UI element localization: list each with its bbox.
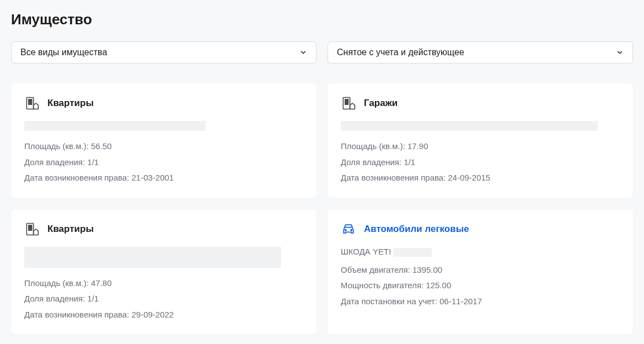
svg-rect-16 (30, 225, 31, 226)
svg-rect-1 (29, 99, 30, 100)
svg-rect-10 (345, 102, 346, 103)
card-prop: Дата постановки на учет: 06-11-2017 (341, 294, 620, 310)
svg-rect-18 (30, 227, 31, 228)
chevron-down-icon (299, 49, 307, 56)
filters-row: Все виды имущества Снятое с учета и дейс… (11, 41, 633, 63)
card-title: Гаражи (364, 98, 398, 109)
card-prop: Объем двигателя: 1395.00 (341, 262, 620, 278)
type-filter-select[interactable]: Все виды имущества (11, 41, 316, 63)
chevron-down-icon (616, 49, 624, 56)
property-card[interactable]: Квартиры Площадь (кв.м.): 56.50 Доля вла… (11, 83, 316, 198)
svg-rect-4 (30, 102, 31, 103)
svg-rect-15 (29, 225, 30, 226)
svg-point-21 (345, 229, 346, 230)
building-icon (341, 96, 356, 111)
cards-grid: Квартиры Площадь (кв.м.): 56.50 Доля вла… (11, 83, 633, 335)
svg-rect-8 (345, 99, 346, 100)
card-prop: Дата возникновения права: 29-09-2022 (24, 307, 303, 323)
card-prop: Мощность двигателя: 125.00 (341, 278, 620, 294)
svg-rect-11 (347, 102, 348, 103)
svg-rect-17 (29, 227, 30, 228)
page-title: Имущество (11, 11, 633, 28)
card-header: Гаражи (341, 96, 620, 111)
type-filter-value: Все виды имущества (20, 47, 107, 57)
property-card[interactable]: Автомобили легковые ШКОДА YETI Объем дви… (328, 209, 633, 335)
card-prop: Доля владения: 1/1 (24, 155, 303, 171)
card-prop: Дата возникновения права: 21-03-2001 (24, 170, 303, 186)
card-prop: Доля владения: 1/1 (24, 291, 303, 307)
redacted-address (341, 121, 598, 131)
redacted-address (24, 247, 281, 268)
svg-rect-5 (29, 103, 30, 104)
svg-point-22 (351, 229, 352, 230)
redacted-plate (393, 248, 432, 257)
card-prop: Площадь (кв.м.): 17.90 (341, 139, 620, 155)
status-filter-value: Снятое с учета и действующее (337, 47, 464, 57)
svg-rect-13 (347, 103, 348, 104)
card-prop: Площадь (кв.м.): 47.80 (24, 276, 303, 292)
svg-rect-9 (347, 99, 348, 100)
car-icon (341, 221, 356, 237)
svg-rect-6 (30, 103, 31, 104)
card-prop: Доля владения: 1/1 (341, 155, 620, 171)
svg-rect-20 (30, 229, 31, 230)
card-prop: Площадь (кв.м.): 56.50 (24, 139, 303, 155)
redacted-address (24, 121, 206, 131)
car-name: ШКОДА YETI (341, 247, 620, 257)
card-title: Автомобили легковые (364, 224, 469, 235)
svg-rect-3 (29, 102, 30, 103)
card-header: Квартиры (24, 221, 303, 237)
building-icon (24, 221, 40, 237)
property-card[interactable]: Гаражи Площадь (кв.м.): 17.90 Доля владе… (328, 83, 633, 198)
status-filter-select[interactable]: Снятое с учета и действующее (328, 41, 633, 63)
svg-rect-19 (29, 229, 30, 230)
property-card[interactable]: Квартиры Площадь (кв.м.): 47.80 Доля вла… (11, 209, 316, 335)
building-icon (24, 96, 40, 111)
card-header: Автомобили легковые (341, 221, 620, 237)
svg-rect-12 (345, 103, 346, 104)
card-title: Квартиры (47, 98, 94, 109)
card-header: Квартиры (24, 96, 303, 111)
card-title: Квартиры (47, 224, 94, 235)
card-prop: Дата возникновения права: 24-09-2015 (341, 170, 620, 186)
svg-rect-2 (30, 99, 31, 100)
